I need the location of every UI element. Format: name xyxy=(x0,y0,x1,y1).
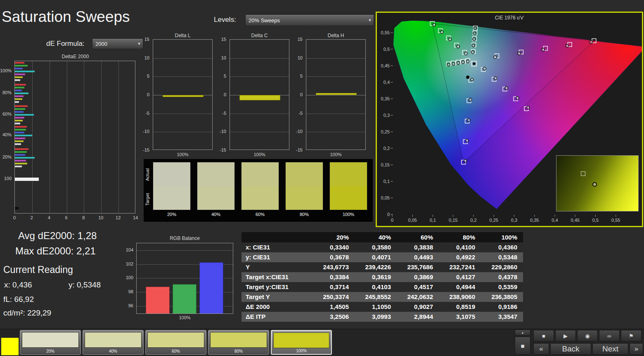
x-axis-label: 2 xyxy=(27,215,37,220)
calman-window: Saturation Sweeps dE Formula: 2000 ▼ Lev… xyxy=(0,0,644,356)
y-axis-label: 15 xyxy=(144,37,149,42)
y-axis-label: 102 xyxy=(126,261,133,266)
record-button[interactable]: ◉ xyxy=(577,330,598,342)
measurement-marker xyxy=(440,31,443,33)
de-bar xyxy=(15,93,28,94)
delta-h-y-axis: 151050-5-10-15 xyxy=(292,39,304,150)
de-formula-dropdown[interactable]: 2000 ▼ xyxy=(92,38,143,49)
play-button[interactable]: ▶ xyxy=(555,330,576,342)
table-header-cell: 60% xyxy=(397,232,439,242)
y-axis-label: 10 xyxy=(221,55,226,60)
measurement-marker xyxy=(494,77,497,80)
delta-c-chart[interactable] xyxy=(230,39,289,150)
table-row: ΔE 20001,45051,10500,90270,85190,9186 xyxy=(242,302,523,312)
table-cell: 1,1050 xyxy=(355,302,397,312)
swatch-label: 40% xyxy=(197,212,235,217)
actual-target-swatch xyxy=(241,162,279,210)
rgb-balance-title: RGB Balance xyxy=(136,235,233,241)
flag-button[interactable]: ⚑ xyxy=(621,330,642,342)
de-bar xyxy=(15,79,20,81)
levels-value: 20% Sweeps xyxy=(246,17,366,24)
next-chevron-button[interactable]: » xyxy=(630,343,643,355)
cie-tick-label: 0,1 xyxy=(430,218,436,223)
stop-button[interactable]: ■ xyxy=(533,330,554,342)
gridline xyxy=(153,114,212,114)
measurement-marker xyxy=(505,87,508,90)
flag-icon: ⚑ xyxy=(629,333,634,339)
table-cell: 0,5359 xyxy=(481,282,523,292)
y-axis-label: 0 xyxy=(224,92,226,97)
continuous-button[interactable]: ∞ xyxy=(599,330,620,342)
delta-l-chart[interactable] xyxy=(153,39,213,150)
gridline xyxy=(118,61,119,213)
cie-tick-label: 0,35 xyxy=(381,96,390,101)
current-cdm2-value: cd/m²: 229,29 xyxy=(3,309,51,318)
x-axis-label: 8 xyxy=(78,215,88,220)
cie-tick-label: 0 xyxy=(391,218,393,223)
pattern-tile-100%[interactable]: 100% xyxy=(271,330,332,355)
row-label: Y xyxy=(242,262,313,272)
pattern-label: 20% xyxy=(20,349,80,354)
table-cell: 0,4103 xyxy=(355,282,397,292)
gridline xyxy=(32,61,33,213)
de-bar xyxy=(15,84,26,85)
cie-title: CIE 1976 u'v' xyxy=(495,15,524,21)
table-cell: 0,3838 xyxy=(397,242,439,252)
rgb-balance-y-axis: 1041021009896 xyxy=(123,243,135,314)
de-bar xyxy=(15,151,27,153)
delta-l-title: Delta L xyxy=(153,33,213,38)
pattern-tile-60%[interactable]: 60% xyxy=(145,330,206,355)
de-bar xyxy=(15,117,24,119)
record-icon: ◉ xyxy=(585,333,590,339)
measurement-marker xyxy=(590,40,592,43)
table-cell: 0,4378 xyxy=(481,272,523,282)
table-cell: 0,4360 xyxy=(481,242,523,252)
table-cell: 0,3678 xyxy=(313,252,355,262)
x-axis-label: 10 xyxy=(96,215,106,220)
pattern-color xyxy=(22,332,79,348)
swatch-label: 60% xyxy=(241,212,279,217)
gridline xyxy=(230,58,289,59)
levels-dropdown[interactable]: 20% Sweeps ▼ xyxy=(245,14,374,26)
measurement-marker xyxy=(462,61,464,64)
cie-chart-panel[interactable]: CIE 1976 u'v' 000,050,050,10,10,150,150,… xyxy=(376,12,643,227)
row-label: Target y:CIE31 xyxy=(242,282,313,292)
gridline xyxy=(230,114,289,114)
row-label: ΔE ITP xyxy=(242,312,313,322)
delta-h-chart[interactable] xyxy=(306,39,366,150)
table-cell: 3,1075 xyxy=(439,312,481,322)
de-bar xyxy=(15,166,22,167)
cie-tick-label: 0,15 xyxy=(449,218,457,223)
pattern-window-button[interactable]: ■ xyxy=(515,337,530,355)
next-button[interactable]: Next xyxy=(592,343,628,355)
back-button[interactable]: Back xyxy=(550,343,591,355)
swatch-label: 100% xyxy=(329,212,367,217)
panel-up-button[interactable]: ▲ xyxy=(515,330,530,336)
gridline xyxy=(153,58,212,59)
page-title: Saturation Sweeps xyxy=(2,8,130,26)
cie-tick-label: 0,15 xyxy=(381,162,390,167)
gridline xyxy=(306,114,365,114)
de-bar xyxy=(15,76,23,78)
delta-c-y-axis: 151050-5-10-15 xyxy=(216,39,228,150)
measurement-marker xyxy=(473,32,476,35)
actual-target-swatch-strip: Actual Target 20%40%60%80%100% xyxy=(144,159,373,222)
back-chevron-button[interactable]: « xyxy=(533,343,549,355)
gridline xyxy=(306,95,365,95)
de-bar xyxy=(15,98,22,100)
deltae-chart[interactable] xyxy=(14,61,135,214)
pattern-tile-20%[interactable]: 20% xyxy=(20,330,81,355)
gridline xyxy=(230,76,289,77)
table-cell: 0,3869 xyxy=(397,272,439,282)
actual-target-swatch xyxy=(197,162,235,210)
cie-zoom-inset xyxy=(556,155,639,211)
rgb-balance-chart[interactable] xyxy=(136,243,233,314)
chevron-double-left-icon: « xyxy=(539,345,543,353)
de-bar xyxy=(15,62,24,64)
table-header-row: 20%40%60%80%100% xyxy=(242,232,523,242)
pattern-tile-40%[interactable]: 40% xyxy=(83,330,144,355)
table-row: Target Y250,3374245,8552242,0632238,9060… xyxy=(242,292,523,302)
y-axis-label: 15 xyxy=(298,37,303,42)
pattern-label: 60% xyxy=(146,349,206,354)
pattern-tile-80%[interactable]: 80% xyxy=(208,330,269,355)
